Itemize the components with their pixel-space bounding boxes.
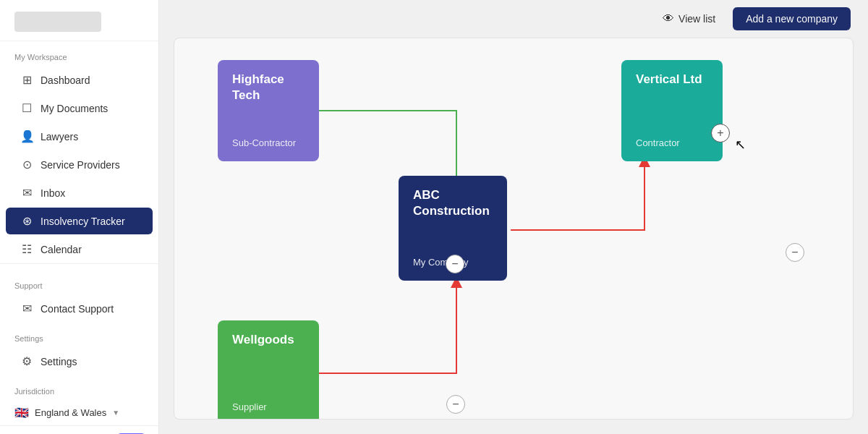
plan-billing-bar[interactable]: Plan & Billing T Trial [0,425,158,434]
sidebar-label-dashboard: Dashboard [41,75,90,86]
node-wellgoods-role: Supplier [232,401,305,414]
service-providers-icon: ⊙ [20,158,33,171]
sidebar-label-contact-support: Contact Support [41,303,114,315]
sidebar-item-service-providers[interactable]: ⊙ Service Providers [6,151,153,178]
sidebar-label-my-documents: My Documents [41,103,108,114]
settings-label: Settings [0,323,158,347]
node-highface-role: Sub-Contractor [232,137,305,150]
sidebar-item-contact-support[interactable]: ✉ Contact Support [6,295,153,322]
calendar-icon: ☷ [20,242,33,256]
add-company-label: Add a new company [746,13,838,25]
minus-icon-highface: − [451,258,458,270]
sidebar-label-insolvency-tracker: Insolvency Tracker [41,216,125,227]
view-list-label: View list [678,13,715,25]
lawyers-icon: 👤 [20,129,33,143]
logo-image [14,12,101,32]
sidebar-label-inbox: Inbox [41,187,65,199]
plus-icon: + [717,127,723,139]
eye-icon: 👁 [663,12,674,25]
documents-icon: ☐ [20,101,33,115]
jurisdiction-value: England & Wales [35,407,106,418]
node-vertical[interactable]: Vertical Ltd Contractor [621,60,723,161]
sidebar-item-calendar[interactable]: ☷ Calendar [6,236,153,263]
node-wellgoods[interactable]: Wellgoods Supplier [218,320,319,420]
node-vertical-title: Vertical Ltd [636,72,708,88]
cursor: ↖ [735,137,746,153]
sidebar-label-settings: Settings [41,356,77,367]
minus-icon-wellgoods: − [452,399,459,410]
sidebar-label-calendar: Calendar [41,244,82,255]
sidebar-item-dashboard[interactable]: ⊞ Dashboard [6,67,153,93]
sidebar-item-lawyers[interactable]: 👤 Lawyers [6,123,153,150]
node-highface[interactable]: Highface Tech Sub-Contractor [218,60,319,161]
settings-icon: ⚙ [20,354,33,368]
insolvency-tracker-icon: ⊛ [20,214,33,228]
minus-icon-vertical: − [791,247,798,258]
support-label: Support [0,270,158,294]
workspace-label: My Workspace [0,41,158,66]
contact-support-icon: ✉ [20,302,33,315]
node-highface-title: Highface Tech [232,72,305,103]
view-list-button[interactable]: 👁 View list [654,8,724,30]
add-button[interactable]: + [711,124,730,142]
jurisdiction-selector[interactable]: 🇬🇧 England & Wales ▼ [0,400,158,425]
sidebar-item-settings[interactable]: ⚙ Settings [6,348,153,375]
topbar: 👁 View list Add a new company [159,0,868,38]
jurisdiction-label: Jurisdiction [0,375,158,400]
minus-button-wellgoods[interactable]: − [446,395,465,414]
inbox-icon: ✉ [20,186,33,200]
node-abc-title: ABC Construction [413,187,493,219]
dashboard-icon: ⊞ [20,73,33,87]
chevron-down-icon: ▼ [112,409,119,417]
main-content: 👁 View list Add a new company [159,0,868,434]
sidebar-label-service-providers: Service Providers [41,159,120,171]
minus-button-vertical[interactable]: − [786,243,804,262]
sidebar-item-insolvency-tracker[interactable]: ⊛ Insolvency Tracker [6,208,153,234]
minus-button-highface[interactable]: − [446,255,464,273]
sidebar-item-my-documents[interactable]: ☐ My Documents [6,95,153,122]
sidebar-item-inbox[interactable]: ✉ Inbox [6,179,153,206]
node-vertical-role: Contractor [636,137,708,150]
diagram-canvas: Highface Tech Sub-Contractor Vertical Lt… [174,38,854,420]
sidebar-label-lawyers: Lawyers [41,131,78,142]
sidebar: My Workspace ⊞ Dashboard ☐ My Documents … [0,0,159,434]
sidebar-logo [0,0,158,41]
flag-icon: 🇬🇧 [14,406,29,420]
add-company-button[interactable]: Add a new company [733,7,851,30]
node-wellgoods-title: Wellgoods [232,332,305,348]
